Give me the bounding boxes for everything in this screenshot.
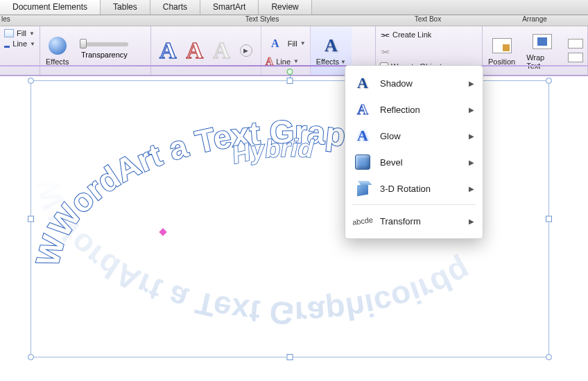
wrap-text-button[interactable]: Wrap Text <box>521 26 564 75</box>
submenu-arrow-icon: ▶ <box>469 218 474 225</box>
wordart-style-3[interactable]: A <box>213 37 230 64</box>
wordart-style-1[interactable]: A <box>159 37 177 64</box>
handle-sw[interactable] <box>28 354 34 360</box>
shape-line-label: Line <box>12 39 27 48</box>
tab-charts[interactable]: Charts <box>150 0 200 15</box>
menu-shadow[interactable]: A Shadow ▶ <box>345 70 483 96</box>
submenu-arrow-icon: ▶ <box>469 106 474 114</box>
wrap-text-icon <box>533 34 552 49</box>
menu-reflection-label: Reflection <box>380 105 420 115</box>
transform-icon: abcde <box>352 217 373 225</box>
effects-icon <box>47 35 68 56</box>
create-link-label: Create Link <box>392 30 431 39</box>
handle-w[interactable] <box>28 216 34 222</box>
ribbon-group-labels: les Text Styles Text Box Arrange <box>0 15 588 26</box>
text-effects-menu: A Shadow ▶ A Reflection ▶ A Glow ▶ Bevel… <box>345 65 483 239</box>
tab-tables[interactable]: Tables <box>101 0 150 15</box>
menu-bevel-label: Bevel <box>380 157 403 168</box>
position-icon <box>492 38 512 53</box>
ribbon-divider <box>0 65 588 67</box>
adjust-handle[interactable] <box>159 228 166 236</box>
arrange-more[interactable] <box>564 26 587 75</box>
gallery-more-button[interactable]: ▶ <box>240 44 252 57</box>
menu-3d-rotation[interactable]: 3-D Rotation ▶ <box>345 175 483 202</box>
ribbon: Fill ▼ Line ▼ Effects Transparency A A <box>0 26 588 76</box>
shape-fill-label: Fill <box>17 29 26 37</box>
menu-glow-label: Glow <box>380 131 401 141</box>
group-label-text-styles: Text Styles <box>150 15 374 26</box>
bucket-icon <box>4 29 14 37</box>
transparency-slider[interactable] <box>80 42 128 46</box>
break-link-icon: ⫘ <box>380 46 390 57</box>
transparency-label: Transparency <box>81 51 128 59</box>
ribbon-tabstrip: Document Elements Tables Charts SmartArt… <box>0 0 588 15</box>
send-backward-icon <box>568 53 583 62</box>
chevron-down-icon: ▼ <box>340 59 346 65</box>
handle-se[interactable] <box>546 354 552 360</box>
chevron-down-icon: ▼ <box>293 58 299 64</box>
submenu-arrow-icon: ▶ <box>469 185 474 193</box>
position-button[interactable]: Position <box>483 26 521 75</box>
bevel-icon <box>355 154 370 170</box>
group-label-arrange: Arrange <box>481 15 588 26</box>
wordart-style-gallery[interactable]: A A A ▶ <box>151 26 261 75</box>
group-label-styles: les <box>0 15 14 26</box>
submenu-arrow-icon: ▶ <box>469 132 474 140</box>
group-label-text-box: Text Box <box>374 15 481 26</box>
menu-shadow-label: Shadow <box>380 78 413 89</box>
create-link-button[interactable]: ⫘ Create Link <box>380 29 478 40</box>
tab-review[interactable]: Review <box>259 0 311 15</box>
text-fill-button[interactable]: A Fill ▼ <box>266 34 306 53</box>
menu-glow[interactable]: A Glow ▶ <box>345 123 483 149</box>
chevron-down-icon: ▼ <box>29 30 35 37</box>
link-icon: ⫘ <box>380 29 390 40</box>
handle-n[interactable] <box>287 78 293 84</box>
text-fill-label: Fill <box>288 39 297 48</box>
handle-e[interactable] <box>546 216 552 222</box>
wordart-style-2[interactable]: A <box>187 37 204 64</box>
menu-transform-label: Transform <box>380 216 421 227</box>
text-line-label: Line <box>276 57 291 66</box>
submenu-arrow-icon: ▶ <box>469 80 474 87</box>
menu-3d-rotation-label: 3-D Rotation <box>380 184 431 194</box>
tab-document-elements[interactable]: Document Elements <box>0 0 101 15</box>
slider-thumb[interactable] <box>80 39 87 48</box>
chevron-down-icon: ▼ <box>300 40 306 46</box>
shape-fill-button[interactable]: Fill ▼ <box>4 29 35 37</box>
menu-reflection[interactable]: A Reflection ▶ <box>345 96 483 123</box>
chevron-down-icon: ▼ <box>30 41 35 47</box>
menu-separator <box>352 204 476 205</box>
menu-bevel[interactable]: Bevel ▶ <box>345 149 483 175</box>
shape-effects-button[interactable]: Effects <box>40 33 74 69</box>
document-canvas[interactable]: WWordArt a Text Graphicoirdq WWordArt a … <box>0 78 588 381</box>
text-fill-icon: A <box>266 34 285 53</box>
handle-ne[interactable] <box>546 78 552 84</box>
submenu-arrow-icon: ▶ <box>469 159 474 166</box>
tab-smartart[interactable]: SmartArt <box>200 0 259 15</box>
menu-transform[interactable]: abcde Transform ▶ <box>345 208 483 234</box>
bring-forward-icon <box>568 39 583 48</box>
shape-line-button[interactable]: Line ▼ <box>4 39 35 48</box>
wrap-text-label: Wrap Text <box>526 53 558 70</box>
rotation-handle[interactable] <box>287 69 293 75</box>
text-effects-icon: A <box>320 35 341 56</box>
cube-icon <box>355 181 370 196</box>
handle-s[interactable] <box>287 354 293 360</box>
handle-nw[interactable] <box>28 78 34 84</box>
break-link-button[interactable]: ⫘ <box>380 46 478 57</box>
pen-icon <box>4 39 10 48</box>
